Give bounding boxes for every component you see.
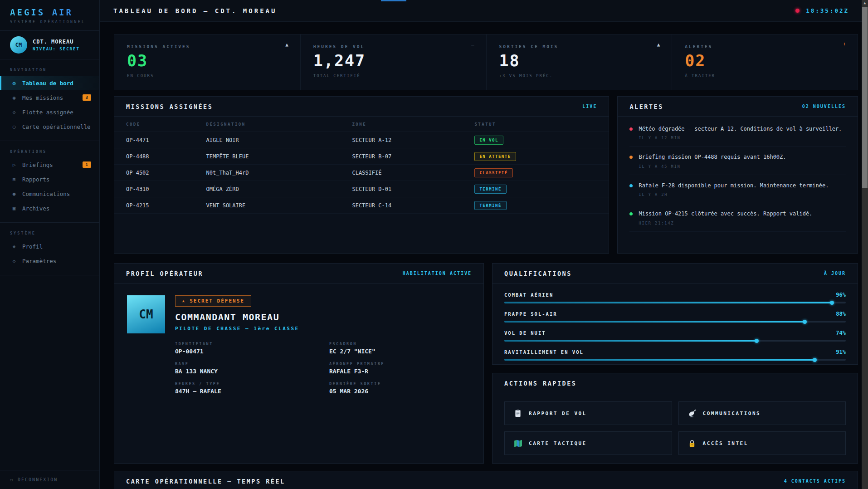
alert-item[interactable]: Rafale F-28 disponible pour mission. Mai… — [629, 175, 846, 203]
profile-detail: ESCADRON EC 2/7 "NICE" — [329, 342, 385, 355]
profile-detail: AÉRONEF PRIMAIRE RAFALE F3-R — [329, 362, 385, 375]
sidebar-item[interactable]: ◈ Profil — [0, 239, 99, 254]
sidebar-item[interactable]: ○ Carte opérationnelle — [0, 119, 99, 134]
clearance-badge: ★ SECRET DÉFENSE — [175, 295, 251, 307]
mission-row[interactable]: OP-4215 VENT SOLAIRE SECTEUR C-14 TERMIN… — [114, 197, 609, 214]
stat-label: HEURES DE VOL — [313, 44, 473, 49]
sidebar-item[interactable]: ▣ Archives — [0, 201, 99, 215]
actions-panel-title: ACTIONS RAPIDES — [504, 380, 576, 387]
sidebar-item-label: Paramètres — [22, 258, 56, 264]
skill-progressbar — [504, 302, 846, 303]
stat-value: 1,247 — [313, 53, 473, 69]
stat-sublabel: EN COURS — [127, 73, 288, 78]
qualifications-panel: QUALIFICATIONS À JOUR COMBAT AÉRIEN 96% — [492, 263, 858, 365]
sidebar-nav: NAVIGATION ◎ Tableau de bord ◉ Mes missi… — [0, 59, 99, 276]
action-label: CARTE TACTIQUE — [529, 440, 587, 446]
alert-item[interactable]: Briefing mission OP-4488 requis avant 16… — [629, 147, 846, 175]
mission-zone: SECTEUR A-12 — [352, 137, 474, 143]
sidebar-item-label: Archives — [22, 205, 49, 212]
skill-label: RAVITAILLEMENT EN VOL — [504, 349, 584, 355]
scroll-up-arrow-icon[interactable]: ▲ — [862, 1, 868, 5]
clipboard-icon — [514, 409, 522, 417]
sidebar-item[interactable]: ▷ Briefings 1 — [0, 157, 99, 172]
sidebar: AEGIS AIR SYSTÈME OPÉRATIONNEL CM CDT. M… — [0, 0, 100, 489]
intel-access-button[interactable]: ACCÈS INTEL — [678, 431, 846, 455]
mission-row[interactable]: OP-4488 TEMPÊTE BLEUE SECTEUR B-07 EN AT… — [114, 148, 609, 165]
skill-label: FRAPPE SOL-AIR — [504, 311, 557, 317]
mission-code: OP-4310 — [126, 186, 206, 192]
scrollbar[interactable]: ▲ — [862, 0, 868, 489]
habilitation-status: HABILITATION ACTIVE — [403, 271, 472, 276]
mission-designation: AIGLE NOIR — [206, 137, 352, 143]
detail-value: OP-00471 — [175, 348, 329, 355]
column-header: DÉSIGNATION — [206, 122, 352, 127]
skill-progressbar — [504, 340, 846, 342]
alert-text: Rafale F-28 disponible pour mission. Mai… — [639, 182, 829, 190]
logout-button[interactable]: ◻ DÉCONNEXION — [0, 470, 99, 489]
alert-item[interactable]: Mission OP-4215 clôturée avec succès. Ra… — [629, 203, 846, 231]
alert-item[interactable]: Météo dégradée — secteur A-12. Condition… — [629, 118, 846, 147]
action-label: RAPPORT DE VOL — [529, 411, 587, 416]
alerts-count-badge: 02 NOUVELLES — [802, 104, 846, 109]
stat-trend-icon: ▲ — [657, 42, 660, 48]
detail-label: ESCADRON — [329, 342, 385, 346]
detail-label: AÉRONEF PRIMAIRE — [329, 362, 385, 366]
mission-row[interactable]: OP-4502 N0t_ThaT_H4rD CLASSIFIÉ CLASSIFI… — [114, 165, 609, 181]
mission-designation: TEMPÊTE BLEUE — [206, 153, 352, 160]
mission-status-badge: TERMINÉ — [474, 185, 506, 194]
nav-section-label: NAVIGATION — [10, 68, 89, 72]
sidebar-item-label: Flotte assignée — [22, 109, 73, 116]
profile-detail: IDENTIFIANT OP-00471 — [175, 342, 329, 355]
skill-percentage: 74% — [836, 330, 846, 336]
nav-section-label: OPÉRATIONS — [10, 149, 89, 154]
skill-progress-knob — [755, 339, 759, 343]
column-header: CODE — [126, 122, 206, 127]
sidebar-item[interactable]: ⊞ Rapports — [0, 172, 99, 186]
sidebar-item[interactable]: ◇ Paramètres — [0, 254, 99, 268]
lock-icon — [688, 439, 696, 447]
sidebar-item[interactable]: ◇ Flotte assignée — [0, 105, 99, 119]
skill-progressbar — [504, 359, 846, 361]
map-panel-title: CARTE OPÉRATIONNELLE — TEMPS RÉEL — [126, 478, 285, 485]
sidebar-item[interactable]: ◉ Mes missions 3 — [0, 90, 99, 105]
user-clearance-level: NIVEAU: SECRET — [33, 47, 80, 51]
scrollbar-thumb[interactable] — [862, 7, 868, 188]
profile-detail: HEURES / TYPE 847H — RAFALE — [175, 381, 329, 395]
profile-detail: DERNIÈRE SORTIE 05 MAR 2026 — [329, 381, 385, 395]
detail-label: DERNIÈRE SORTIE — [329, 381, 385, 386]
stat-label: MISSIONS ACTIVES — [127, 44, 288, 49]
communications-button[interactable]: COMMUNICATIONS — [678, 401, 846, 425]
operational-map-panel: CARTE OPÉRATIONNELLE — TEMPS RÉEL 4 CONT… — [114, 471, 858, 489]
skill-progressbar — [504, 321, 846, 323]
brand-block: AEGIS AIR SYSTÈME OPÉRATIONNEL — [0, 0, 99, 31]
mission-row[interactable]: OP-4471 AIGLE NOIR SECTEUR A-12 EN VOL — [114, 132, 609, 148]
brand-subtitle: SYSTÈME OPÉRATIONNEL — [10, 20, 89, 24]
avatar: CM — [10, 36, 27, 54]
missions-panel: MISSIONS ASSIGNÉES LIVE CODE DÉSIGNATION… — [114, 96, 609, 254]
satellite-dish-icon — [688, 409, 696, 417]
main-area: TABLEAU DE BORD — CDT. MOREAU 18:35:02Z … — [100, 0, 868, 489]
detail-label: HEURES / TYPE — [175, 381, 329, 386]
alert-text: Mission OP-4215 clôturée avec succès. Ra… — [639, 210, 812, 218]
profile-detail: BASE BA 133 NANCY — [175, 362, 329, 375]
nav-section-label: SYSTÈME — [10, 231, 89, 235]
alert-text: Météo dégradée — secteur A-12. Condition… — [639, 125, 842, 133]
detail-label: BASE — [175, 362, 329, 366]
tactical-map-button[interactable]: CARTE TACTIQUE — [504, 431, 672, 455]
profile-details: IDENTIFIANT OP-00471 ESCADRON EC 2/7 "NI… — [175, 342, 385, 395]
sidebar-item[interactable]: ◎ Tableau de bord — [0, 76, 99, 90]
mission-row[interactable]: OP-4310 OMÉGA ZÉRO SECTEUR D-01 TERMINÉ — [114, 181, 609, 197]
quick-actions-panel: ACTIONS RAPIDES RAPPORT DE VOL COMMUNICA… — [492, 373, 858, 464]
stat-value: 18 — [499, 53, 659, 69]
alerts-panel-title: ALERTES — [629, 103, 663, 110]
skill-row: COMBAT AÉRIEN 96% — [504, 292, 846, 303]
nav-divider — [0, 222, 99, 223]
stat-label: SORTIES CE MOIS — [499, 44, 659, 49]
sidebar-item[interactable]: ● Communications — [0, 186, 99, 201]
user-card[interactable]: CM CDT. MOREAU NIVEAU: SECRET — [0, 31, 99, 59]
nav-section: OPÉRATIONS ▷ Briefings 1 ⊞ Rapports — [0, 149, 99, 223]
user-name: CDT. MOREAU — [33, 39, 80, 45]
skill-row: FRAPPE SOL-AIR 88% — [504, 311, 846, 323]
alert-timestamp: IL Y A 45 MIN — [639, 164, 786, 169]
flight-report-button[interactable]: RAPPORT DE VOL — [504, 401, 672, 425]
